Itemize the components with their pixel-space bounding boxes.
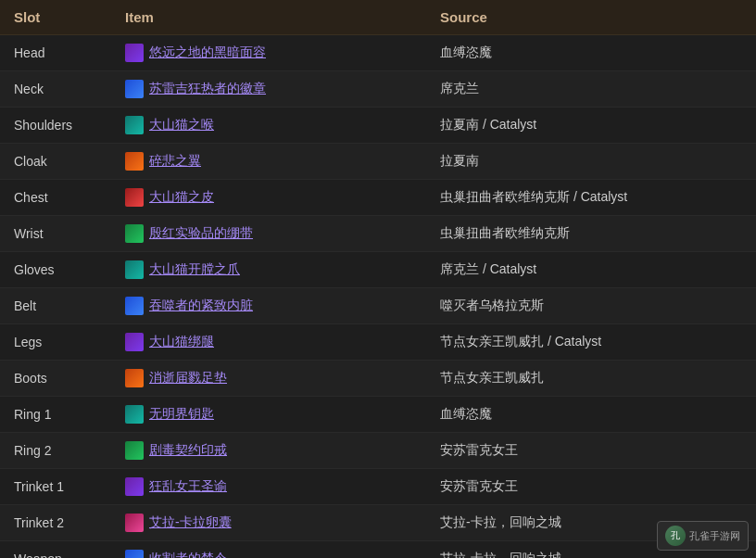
item-link[interactable]: 艾拉-卡拉卵囊 [149, 514, 232, 531]
table-row: Ring 2剧毒契约印戒安苏雷克女王 [0, 433, 756, 469]
source-cell: 拉夏南 [426, 144, 756, 180]
item-icon [125, 405, 144, 424]
slot-cell: Boots [0, 361, 111, 397]
slot-cell: Belt [0, 288, 111, 324]
source-cell: 安苏雷克女王 [426, 433, 756, 469]
item-cell: 碎悲之翼 [111, 144, 426, 180]
slot-cell: Wrist [0, 216, 111, 252]
item-icon [125, 188, 144, 207]
source-cell: 虫巢扭曲者欧维纳克斯 / Catalyst [426, 180, 756, 216]
table-row: Trinket 2艾拉-卡拉卵囊艾拉-卡拉，回响之城 [0, 505, 756, 541]
table-row: Gloves大山猫开膛之爪席克兰 / Catalyst [0, 252, 756, 288]
item-cell: 殷红实验品的绷带 [111, 216, 426, 252]
table-header-row: Slot Item Source [0, 0, 756, 35]
slot-cell: Ring 1 [0, 397, 111, 433]
item-link[interactable]: 大山猫之皮 [149, 189, 214, 206]
item-icon [125, 260, 144, 279]
item-icon [125, 333, 144, 351]
item-link[interactable]: 大山猫开膛之爪 [149, 261, 240, 278]
table-row: Cloak碎悲之翼拉夏南 [0, 144, 756, 180]
item-cell: 剧毒契约印戒 [111, 433, 426, 469]
item-link[interactable]: 殷红实验品的绷带 [149, 225, 253, 242]
source-cell: 噬灭者乌格拉克斯 [426, 288, 756, 324]
table-row: Neck苏雷吉狂热者的徽章席克兰 [0, 71, 756, 108]
table-row: Legs大山猫绑腿节点女亲王凯威扎 / Catalyst [0, 324, 756, 361]
slot-cell: Weapon [0, 541, 111, 559]
source-cell: 席克兰 [426, 71, 756, 108]
gear-table-container: Slot Item Source Head悠远之地的黑暗面容血缚恣魔Neck苏雷… [0, 0, 756, 558]
slot-cell: Legs [0, 324, 111, 361]
table-row: Ring 1无明界钥匙血缚恣魔 [0, 397, 756, 433]
item-cell: 大山猫之皮 [111, 180, 426, 216]
header-source: Source [426, 0, 756, 35]
item-cell: 大山猫绑腿 [111, 324, 426, 361]
item-link[interactable]: 苏雷吉狂热者的徽章 [149, 81, 266, 97]
source-cell: 血缚恣魔 [426, 35, 756, 71]
source-cell: 节点女亲王凯威扎 [426, 361, 756, 397]
slot-cell: Ring 2 [0, 433, 111, 469]
item-cell: 艾拉-卡拉卵囊 [111, 505, 426, 541]
item-link[interactable]: 剧毒契约印戒 [149, 442, 227, 459]
item-cell: 苏雷吉狂热者的徽章 [111, 71, 426, 108]
gear-table: Slot Item Source Head悠远之地的黑暗面容血缚恣魔Neck苏雷… [0, 0, 756, 558]
item-icon [125, 152, 144, 171]
slot-cell: Chest [0, 180, 111, 216]
item-icon [125, 514, 144, 532]
item-icon [125, 297, 144, 315]
slot-cell: Shoulders [0, 108, 111, 144]
item-icon [125, 224, 144, 243]
item-link[interactable]: 狂乱女王圣谕 [149, 478, 227, 495]
item-icon [125, 477, 144, 496]
table-row: Chest大山猫之皮虫巢扭曲者欧维纳克斯 / Catalyst [0, 180, 756, 216]
item-icon [125, 116, 144, 134]
table-row: Boots消逝届戮足垫节点女亲王凯威扎 [0, 361, 756, 397]
item-link[interactable]: 大山猫绑腿 [149, 334, 214, 350]
item-link[interactable]: 消逝届戮足垫 [149, 370, 227, 387]
source-cell: 虫巢扭曲者欧维纳克斯 [426, 216, 756, 252]
item-cell: 消逝届戮足垫 [111, 361, 426, 397]
source-cell: 安苏雷克女王 [426, 469, 756, 505]
watermark: 孔 孔雀手游网 [657, 521, 749, 551]
source-cell: 血缚恣魔 [426, 397, 756, 433]
source-cell: 席克兰 / Catalyst [426, 252, 756, 288]
table-row: Head悠远之地的黑暗面容血缚恣魔 [0, 35, 756, 71]
item-cell: 大山猫开膛之爪 [111, 252, 426, 288]
table-row: Trinket 1狂乱女王圣谕安苏雷克女王 [0, 469, 756, 505]
source-cell: 拉夏南 / Catalyst [426, 108, 756, 144]
item-icon [125, 369, 144, 387]
slot-cell: Gloves [0, 252, 111, 288]
slot-cell: Neck [0, 71, 111, 108]
item-icon [125, 80, 144, 98]
item-link[interactable]: 大山猫之喉 [149, 117, 214, 133]
item-link[interactable]: 收割者的禁令 [149, 551, 227, 558]
item-link[interactable]: 悠远之地的黑暗面容 [149, 44, 266, 61]
item-icon [125, 550, 144, 558]
item-link[interactable]: 吞噬者的紧致内脏 [149, 298, 253, 314]
table-row: Belt吞噬者的紧致内脏噬灭者乌格拉克斯 [0, 288, 756, 324]
item-cell: 悠远之地的黑暗面容 [111, 35, 426, 71]
header-item: Item [111, 0, 426, 35]
slot-cell: Trinket 2 [0, 505, 111, 541]
item-cell: 收割者的禁令 [111, 541, 426, 559]
item-link[interactable]: 无明界钥匙 [149, 406, 214, 423]
table-row: Wrist殷红实验品的绷带虫巢扭曲者欧维纳克斯 [0, 216, 756, 252]
slot-cell: Trinket 1 [0, 469, 111, 505]
watermark-icon: 孔 [665, 526, 686, 546]
source-cell: 节点女亲王凯威扎 / Catalyst [426, 324, 756, 361]
item-cell: 大山猫之喉 [111, 108, 426, 144]
header-slot: Slot [0, 0, 111, 35]
item-icon [125, 44, 144, 62]
item-cell: 吞噬者的紧致内脏 [111, 288, 426, 324]
item-cell: 无明界钥匙 [111, 397, 426, 433]
slot-cell: Head [0, 35, 111, 71]
item-link[interactable]: 碎悲之翼 [149, 153, 201, 170]
table-row: Weapon收割者的禁令艾拉-卡拉，回响之城 [0, 541, 756, 559]
table-row: Shoulders大山猫之喉拉夏南 / Catalyst [0, 108, 756, 144]
watermark-text: 孔雀手游网 [689, 529, 740, 543]
item-cell: 狂乱女王圣谕 [111, 469, 426, 505]
slot-cell: Cloak [0, 144, 111, 180]
item-icon [125, 441, 144, 460]
